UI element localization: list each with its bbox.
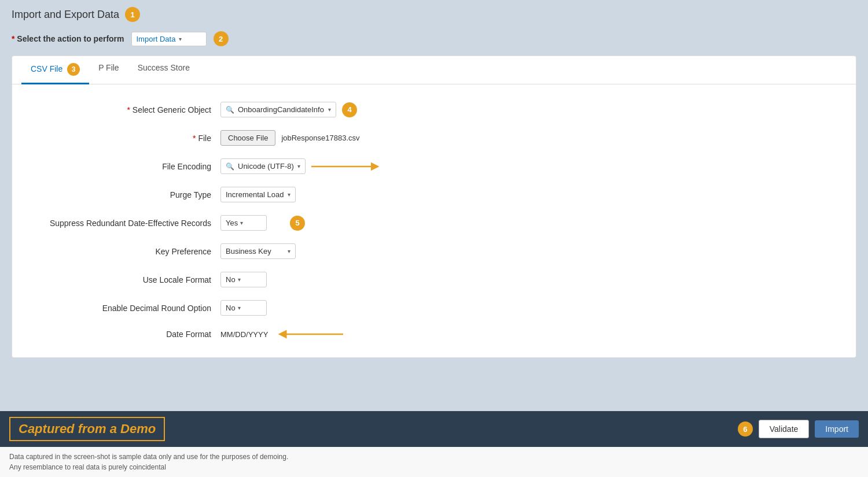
form-row-file: * File Choose File jobResponse17883.csv [35, 130, 833, 146]
form-row-key-pref: Key Preference Business Key ▾ [35, 243, 833, 259]
form-area: * Select Generic Object 🔍 OnboardingCand… [12, 84, 856, 357]
control-date-format: MM/DD/YYYY [220, 328, 349, 340]
control-purge-type: Incremental Load ▾ [220, 187, 296, 202]
label-key-pref: Key Preference [35, 247, 220, 256]
locale-select[interactable]: No ▾ [220, 272, 267, 287]
arrow-annotation-start [311, 161, 381, 172]
label-purge-type: Purge Type [35, 190, 220, 199]
generic-object-select[interactable]: 🔍 OnboardingCandidateInfo ▾ [220, 102, 336, 117]
label-generic-object: * Select Generic Object [35, 105, 220, 114]
encoding-value: Unicode (UTF-8) [238, 162, 294, 171]
content-card: CSV File 3 P File Success Store * Select… [12, 56, 856, 358]
captured-text: Captured from a Demo [19, 421, 156, 436]
tab-csv-file[interactable]: CSV File 3 [21, 56, 89, 84]
form-row-date-format: Date Format MM/DD/YYYY [35, 328, 833, 340]
step-badge-6: 6 [738, 421, 753, 437]
label-locale: Use Locale Format [35, 275, 220, 284]
key-pref-value: Business Key [226, 247, 271, 256]
label-suppress: Suppress Redundant Date-Effective Record… [35, 219, 220, 228]
step-badge-5: 5 [290, 216, 305, 231]
form-row-decimal: Enable Decimal Round Option No ▾ [35, 300, 833, 316]
chevron-down-icon: ▾ [179, 36, 182, 42]
chevron-down-icon: ▾ [288, 248, 290, 254]
control-file: Choose File jobResponse17883.csv [220, 130, 360, 146]
captured-box: Captured from a Demo [9, 417, 165, 441]
chevron-down-icon: ▾ [238, 276, 241, 283]
form-row-encoding: File Encoding 🔍 Unicode (UTF-8) ▾ [35, 158, 833, 174]
control-encoding: 🔍 Unicode (UTF-8) ▾ [220, 158, 381, 174]
tabs-container: CSV File 3 P File Success Store [12, 56, 856, 84]
form-row-suppress: Suppress Redundant Date-Effective Record… [35, 215, 833, 231]
disclaimer-line-1: Data captured in the screen-shot is samp… [9, 452, 859, 462]
step-badge-2: 2 [214, 31, 229, 46]
form-row-generic-object: * Select Generic Object 🔍 OnboardingCand… [35, 102, 833, 117]
disclaimer-line-2: Any resemblance to real data is purely c… [9, 462, 859, 472]
import-button[interactable]: Import [815, 420, 859, 438]
validate-button[interactable]: Validate [759, 420, 810, 438]
suppress-value: Yes [226, 219, 238, 227]
encoding-select[interactable]: 🔍 Unicode (UTF-8) ▾ [220, 158, 306, 174]
label-decimal: Enable Decimal Round Option [35, 304, 220, 313]
chevron-down-icon: ▾ [238, 305, 241, 311]
control-key-pref: Business Key ▾ [220, 243, 296, 259]
decimal-select[interactable]: No ▾ [220, 300, 267, 316]
step-badge-4: 4 [342, 102, 357, 117]
action-label: * Select the action to perform [12, 34, 124, 43]
disclaimer: Data captured in the screen-shot is samp… [0, 447, 868, 477]
suppress-select[interactable]: Yes ▾ [220, 215, 267, 231]
annotation-badge-5-area: 5 [290, 216, 305, 231]
decimal-value: No [226, 304, 236, 312]
locale-value: No [226, 275, 236, 284]
chevron-down-icon: ▾ [288, 191, 290, 198]
label-file: * File [35, 134, 220, 143]
generic-object-value: OnboardingCandidateInfo [238, 105, 324, 114]
chevron-down-icon: ▾ [240, 220, 243, 226]
form-row-locale: Use Locale Format No ▾ [35, 272, 833, 287]
file-name-display: jobResponse17883.csv [281, 134, 359, 142]
footer-actions: 6 Validate Import [738, 420, 859, 438]
purge-type-select[interactable]: Incremental Load ▾ [220, 187, 296, 202]
purge-type-value: Incremental Load [226, 190, 284, 199]
step-badge-1: 1 [125, 7, 140, 22]
key-pref-select[interactable]: Business Key ▾ [220, 243, 296, 259]
label-date-format: Date Format [35, 330, 220, 339]
form-row-purge-type: Purge Type Incremental Load ▾ [35, 187, 833, 202]
control-locale: No ▾ [220, 272, 267, 287]
tab-badge-3: 3 [67, 63, 80, 76]
tab-success-store[interactable]: Success Store [128, 56, 199, 84]
label-encoding: File Encoding [35, 162, 220, 171]
arrow-annotation-end [279, 328, 349, 340]
chevron-down-icon: ▾ [297, 163, 300, 169]
tab-p-file[interactable]: P File [89, 56, 128, 84]
search-icon: 🔍 [226, 162, 234, 171]
choose-file-button[interactable]: Choose File [220, 130, 275, 146]
required-marker: * [12, 34, 14, 43]
control-decimal: No ▾ [220, 300, 267, 316]
chevron-down-icon: ▾ [328, 106, 331, 113]
control-generic-object: 🔍 OnboardingCandidateInfo ▾ 4 [220, 102, 357, 117]
control-suppress: Yes ▾ 5 [220, 215, 305, 231]
action-select-value: Import Data [137, 35, 176, 43]
footer-banner: Captured from a Demo 6 Validate Import [0, 411, 868, 447]
action-select-dropdown[interactable]: Import Data ▾ [131, 32, 207, 46]
page-title: Import and Export Data [12, 9, 119, 21]
date-format-value: MM/DD/YYYY [220, 330, 268, 339]
page-header: Import and Export Data 1 [12, 7, 856, 22]
search-icon: 🔍 [226, 106, 234, 114]
action-row: * Select the action to perform Import Da… [12, 31, 856, 46]
